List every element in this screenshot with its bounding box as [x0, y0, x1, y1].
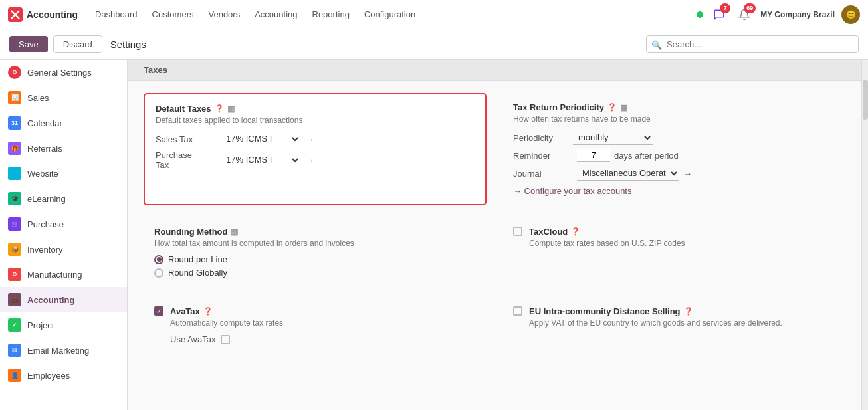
sidebar-item-accounting[interactable]: 💼 Accounting: [0, 287, 127, 312]
purchase-tax-select[interactable]: 17% ICMS I: [221, 153, 300, 167]
avatax-help-icon[interactable]: ❓: [203, 307, 213, 316]
main-content: Taxes Default Taxes ❓ ▦ Default taxes ap…: [128, 60, 861, 410]
notification-badge: 69: [744, 3, 756, 13]
purchase-tax-label: PurchaseTax: [156, 150, 215, 170]
project-icon: ✔: [8, 318, 21, 332]
default-taxes-grid-icon[interactable]: ▦: [227, 104, 235, 114]
round-per-line-radio[interactable]: [154, 255, 163, 264]
periodicity-row: Periodicity monthly: [513, 130, 835, 145]
chat-button[interactable]: 7: [710, 5, 728, 24]
taxcloud-title: TaxCloud ❓: [529, 227, 685, 237]
taxcloud-desc: Compute tax rates based on U.S. ZIP code…: [529, 239, 685, 248]
avatax-title: AvaTax ❓: [170, 306, 283, 316]
right-scrollbar[interactable]: [861, 60, 868, 410]
sidebar-item-general-settings[interactable]: ⚙ General Settings: [0, 60, 127, 85]
periodicity-select[interactable]: monthly: [573, 130, 653, 145]
journal-row: Journal Miscellaneous Operat →: [513, 166, 835, 181]
taxcloud-checkbox[interactable]: [513, 227, 522, 236]
sales-tax-row: Sales Tax 17% ICMS I →: [156, 132, 475, 146]
eu-intra-help-icon[interactable]: ❓: [684, 307, 693, 316]
sidebar-item-calendar[interactable]: 31 Calendar: [0, 110, 127, 136]
toolbar: Save Discard Settings 🔍: [0, 29, 868, 60]
email-marketing-icon: ✉: [8, 344, 21, 357]
use-avatax-checkbox[interactable]: [221, 335, 230, 344]
discard-button[interactable]: Discard: [53, 35, 102, 53]
taxcloud-help-icon[interactable]: ❓: [571, 227, 580, 236]
sidebar-label-calendar: Calendar: [27, 118, 62, 128]
sidebar-item-email-marketing[interactable]: ✉ Email Marketing: [0, 338, 127, 363]
reminder-input[interactable]: [577, 149, 610, 162]
inventory-icon: 📦: [8, 243, 21, 256]
employees-icon: 👤: [8, 369, 21, 382]
chat-badge: 7: [720, 3, 730, 13]
sidebar: ⚙ General Settings 📊 Sales 31 Calendar 🎁…: [0, 60, 128, 410]
journal-select[interactable]: Miscellaneous Operat: [577, 166, 679, 181]
sidebar-item-referrals[interactable]: 🎁 Referrals: [0, 136, 127, 161]
round-globally-label: Round Globally: [168, 268, 227, 278]
scrollbar-thumb[interactable]: [863, 80, 868, 120]
rounding-method-card: Rounding Method ▦ How total tax amount i…: [144, 217, 487, 290]
avatax-checkbox[interactable]: ✓: [154, 306, 163, 316]
notification-button[interactable]: 69: [735, 5, 754, 24]
sidebar-item-website[interactable]: 🌐 Website: [0, 161, 127, 186]
default-taxes-help-icon[interactable]: ❓: [215, 104, 224, 113]
accounting-icon: 💼: [8, 293, 21, 306]
round-per-line-option[interactable]: Round per Line: [154, 255, 476, 264]
nav-dashboard[interactable]: Dashboard: [88, 7, 144, 22]
taxcloud-card: TaxCloud ❓ Compute tax rates based on U.…: [502, 217, 845, 290]
sidebar-item-employees[interactable]: 👤 Employees: [0, 363, 127, 388]
sidebar-label-manufacturing: Manufacturing: [27, 270, 82, 280]
journal-arrow[interactable]: →: [683, 169, 692, 179]
rounding-desc: How total tax amount is computed in orde…: [154, 239, 476, 248]
rounding-radio-group: Round per Line Round Globally: [154, 255, 476, 278]
reminder-suffix: days after period: [614, 151, 679, 161]
nav-accounting[interactable]: Accounting: [248, 7, 304, 22]
default-taxes-card: Default Taxes ❓ ▦ Default taxes applied …: [144, 93, 487, 205]
sidebar-item-elearning[interactable]: 🎓 eLearning: [0, 186, 127, 211]
nav-vendors[interactable]: Vendors: [201, 7, 247, 22]
sidebar-label-elearning: eLearning: [27, 194, 66, 204]
sales-tax-arrow[interactable]: →: [306, 134, 314, 144]
sidebar-item-purchase[interactable]: 🛒 Purchase: [0, 211, 127, 237]
eu-intra-desc: Apply VAT of the EU country to which goo…: [529, 318, 782, 328]
nav-configuration[interactable]: Configuration: [358, 7, 422, 22]
use-avatax-row: Use AvaTax: [170, 334, 283, 344]
search-input[interactable]: [646, 35, 859, 53]
avatax-desc: Automatically compute tax rates: [170, 318, 283, 328]
sales-tax-select[interactable]: 17% ICMS I: [221, 132, 300, 146]
top-nav: Accounting Dashboard Customers Vendors A…: [0, 0, 868, 29]
sidebar-item-sales[interactable]: 📊 Sales: [0, 85, 127, 110]
configure-link[interactable]: → Configure your tax accounts: [513, 186, 631, 196]
taxes-row: Default Taxes ❓ ▦ Default taxes applied …: [144, 93, 845, 205]
round-globally-radio[interactable]: [154, 268, 163, 278]
sidebar-item-inventory[interactable]: 📦 Inventory: [0, 237, 127, 262]
nav-links: Dashboard Customers Vendors Accounting R…: [88, 7, 697, 22]
sidebar-item-project[interactable]: ✔ Project: [0, 312, 127, 338]
sidebar-item-manufacturing[interactable]: ⚙ Manufacturing: [0, 262, 127, 287]
sidebar-label-inventory: Inventory: [27, 245, 62, 255]
avatax-row: ✓ AvaTax ❓ Automatically compute tax rat…: [144, 302, 845, 348]
periodicity-label: Periodicity: [513, 133, 573, 143]
sales-icon: 📊: [8, 91, 21, 104]
rounding-grid-icon[interactable]: ▦: [231, 227, 238, 237]
elearning-icon: 🎓: [8, 192, 21, 205]
tax-return-grid-icon[interactable]: ▦: [620, 103, 627, 112]
save-button[interactable]: Save: [9, 36, 48, 52]
referrals-icon: 🎁: [8, 142, 21, 155]
purchase-tax-arrow[interactable]: →: [306, 155, 314, 165]
sidebar-label-employees: Employees: [27, 371, 70, 381]
tax-return-desc: How often tax returns have to be made: [513, 114, 835, 124]
taxes-section-header: Taxes: [128, 60, 861, 81]
tax-return-help-icon[interactable]: ❓: [607, 103, 617, 112]
nav-reporting[interactable]: Reporting: [306, 7, 356, 22]
body-wrap: ⚙ General Settings 📊 Sales 31 Calendar 🎁…: [0, 60, 868, 410]
round-globally-option[interactable]: Round Globally: [154, 268, 476, 278]
user-avatar[interactable]: 😊: [841, 5, 860, 24]
tax-return-periodicity-card: Tax Return Periodicity ❓ ▦ How often tax…: [502, 93, 845, 205]
brand-name: Accounting: [27, 9, 78, 20]
manufacturing-icon: ⚙: [8, 268, 21, 281]
rounding-row: Rounding Method ▦ How total tax amount i…: [144, 217, 845, 290]
eu-intra-checkbox[interactable]: [513, 306, 522, 316]
nav-customers[interactable]: Customers: [146, 7, 201, 22]
brand: Accounting: [8, 7, 78, 22]
